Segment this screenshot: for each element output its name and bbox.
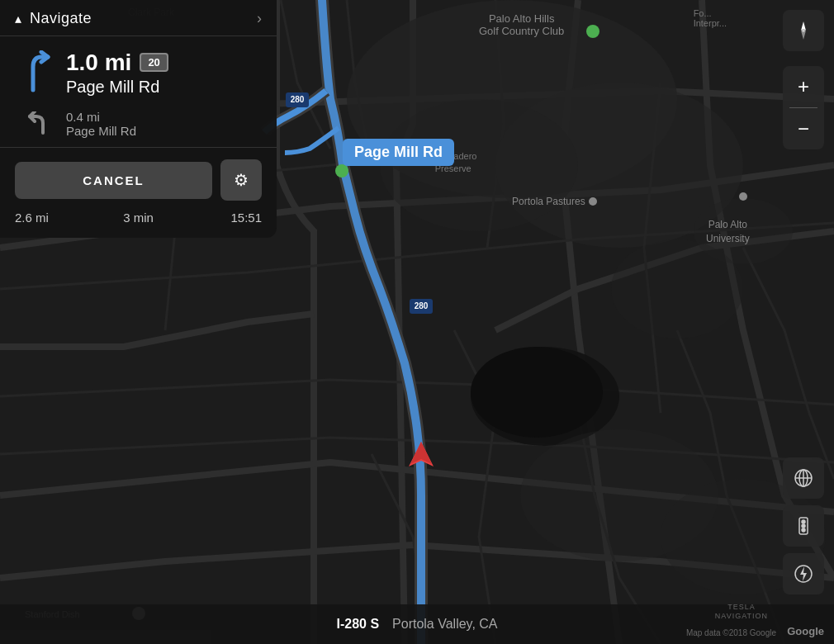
svg-point-15 xyxy=(338,167,346,175)
nav-chevron-icon[interactable]: › xyxy=(257,10,262,27)
zoom-out-button[interactable]: − xyxy=(783,108,824,149)
bottom-bar: I-280 S Portola Valley, CA TESLA NAVIGAT… xyxy=(0,604,834,644)
map-data-label: Map data ©2018 Google xyxy=(686,628,776,637)
svg-point-24 xyxy=(802,29,805,32)
zoom-controls: + − xyxy=(783,66,824,149)
compass-button[interactable] xyxy=(783,10,824,51)
secondary-step: 0.4 mi Page Mill Rd xyxy=(0,104,277,148)
turn-icon-large xyxy=(15,48,54,97)
bottom-location: Portola Valley, CA xyxy=(392,617,497,632)
nav-header-left: ▴ Navigate xyxy=(15,10,92,27)
nav-header: ▴ Navigate › xyxy=(0,0,277,36)
right-panel-buttons xyxy=(783,457,824,594)
stat-eta: 15:51 xyxy=(179,211,262,225)
turn-icon-small xyxy=(15,109,54,139)
navigate-icon: ▴ xyxy=(15,11,21,26)
primary-road-name: Page Mill Rd xyxy=(66,78,168,97)
top-right-controls xyxy=(783,10,824,51)
trip-stats: 2.6 mi 3 min 15:51 xyxy=(0,207,277,225)
primary-step: 1.0 mi 20 Page Mill Rd xyxy=(0,36,277,104)
speed-limit-badge: 20 xyxy=(140,53,168,72)
top-right-label: Fo...Interpr... xyxy=(694,8,727,28)
cancel-button[interactable]: CANCEL xyxy=(15,162,212,199)
stat-duration: 3 min xyxy=(97,211,180,225)
svg-point-20 xyxy=(739,192,747,201)
route-name: I-280 S xyxy=(336,617,379,632)
palo-alto-university-label: Palo AltoUniversity xyxy=(706,218,750,246)
svg-point-18 xyxy=(586,25,599,38)
svg-text:280: 280 xyxy=(291,95,305,104)
svg-point-32 xyxy=(802,528,805,532)
secondary-road-name: Page Mill Rd xyxy=(66,124,136,138)
globe-button[interactable] xyxy=(783,457,824,499)
svg-point-4 xyxy=(471,347,603,438)
step-distance-row: 1.0 mi 20 xyxy=(66,50,168,76)
stat-distance: 2.6 mi xyxy=(15,211,97,225)
step-info-secondary: 0.4 mi Page Mill Rd xyxy=(66,110,136,138)
settings-button[interactable]: ⚙ xyxy=(220,159,262,201)
primary-distance: 1.0 mi xyxy=(66,50,131,76)
svg-point-31 xyxy=(802,524,805,528)
traffic-button[interactable] xyxy=(783,505,824,547)
zoom-in-button[interactable]: + xyxy=(783,66,824,107)
street-label-callout: Page Mill Rd xyxy=(343,139,454,166)
settings-icon: ⚙ xyxy=(234,170,249,190)
lightning-button[interactable] xyxy=(783,553,824,594)
svg-text:280: 280 xyxy=(415,301,429,310)
portola-pastures-label: Portola Pastures xyxy=(512,196,585,207)
secondary-distance: 0.4 mi xyxy=(66,110,136,124)
navigation-panel: ▴ Navigate › 1.0 mi 20 Page Mill Rd xyxy=(0,0,277,238)
nav-title: Navigate xyxy=(30,10,92,27)
svg-point-19 xyxy=(589,197,597,206)
tesla-brand-label: TESLA NAVIGATION xyxy=(715,603,768,621)
svg-point-30 xyxy=(802,520,805,523)
google-label: Google xyxy=(787,625,824,637)
step-info-primary: 1.0 mi 20 Page Mill Rd xyxy=(66,50,168,97)
palo-alto-hills-label: Palo Alto Hills Golf Country Club xyxy=(479,12,564,37)
nav-controls: CANCEL ⚙ xyxy=(0,148,277,207)
